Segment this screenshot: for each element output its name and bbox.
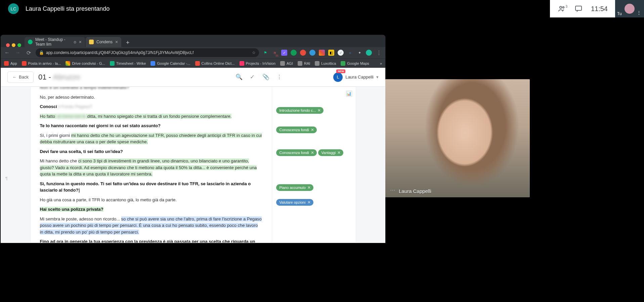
ext-icon[interactable] [366, 50, 372, 56]
self-label: Tu [617, 11, 622, 16]
tab-meet[interactable]: Meet - Standup - Team lim ⊙ × [25, 37, 85, 47]
video-feed [385, 79, 530, 197]
ext-icon[interactable]: ◧ [328, 50, 334, 56]
tag-row: Valutare opzioni✕ [276, 199, 313, 206]
tag-remove-icon[interactable]: ✕ [337, 150, 341, 155]
tag-remove-icon[interactable]: ✕ [311, 128, 314, 132]
tile-menu-icon[interactable]: ⋯ [390, 187, 396, 193]
nav-reload-button[interactable]: ⟳ [25, 50, 32, 56]
chat-button[interactable] [570, 0, 587, 17]
url-input[interactable]: 🔒 app.condens.io/participant/dLj/Q84FJOq… [36, 48, 259, 57]
back-label: Back [19, 74, 29, 80]
chevron-down-icon: ▾ [376, 74, 379, 80]
ext-icon[interactable] [300, 50, 306, 56]
nav-back-button[interactable]: ← [3, 50, 11, 56]
minimize-window-icon[interactable] [12, 43, 15, 47]
bookmarks-overflow[interactable]: » [380, 61, 382, 65]
extensions-menu-icon[interactable]: ✦ [356, 50, 362, 56]
bookmark-label: Projects - InVision [246, 61, 275, 65]
interview-question: Devi fare una scelta, ti sei fatto un'id… [40, 148, 262, 155]
bookmark-label: Posta in arrivo - la... [28, 61, 61, 65]
shared-screen-window: Meet - Standup - Team lim ⊙ × Condens × … [1, 35, 385, 243]
bookmark-gmaps[interactable]: Google Maps [341, 61, 369, 66]
interview-question: Hai scelto una polizza privata? [40, 206, 262, 213]
meet-top-bar: LC Laura Cappelli sta presentando [0, 0, 644, 17]
ext-icon[interactable]: ⟐ [347, 50, 353, 56]
page-title: 01 - Abruzzo [38, 73, 80, 82]
ext-icon[interactable] [319, 50, 325, 56]
tag-remove-icon[interactable]: ✕ [317, 108, 321, 113]
bookmark-label: RAI [304, 61, 310, 65]
transcript-text[interactable]: Non è un contratto a tempo indeterminato… [31, 87, 272, 243]
tag-chip[interactable]: Piano accumulo✕ [276, 184, 313, 191]
tab-condens[interactable]: Condens × [86, 37, 121, 47]
meet-favicon-icon [28, 40, 33, 44]
tag-chip[interactable]: Conoscenza fondi✕ [276, 149, 317, 156]
bookmark-invision[interactable]: Projects - InVision [240, 61, 275, 66]
bookmark-wrike[interactable]: Timesheet - Wrike [110, 61, 146, 66]
bookmark-rai[interactable]: RAI [298, 61, 310, 66]
bookmark-app[interactable]: App [4, 61, 17, 66]
more-menu-icon[interactable]: ⋮ [275, 73, 284, 81]
user-menu[interactable]: L NEW Laura Cappelli ▾ [333, 72, 379, 82]
participant-video-tile[interactable]: ⋯ Laura Cappelli [385, 79, 530, 197]
tag-chip[interactable]: Valutare opzioni✕ [276, 199, 313, 206]
new-tab-button[interactable]: + [123, 38, 132, 47]
tag-chip[interactable]: Vantaggi✕ [318, 149, 344, 156]
tab-title: Condens [96, 40, 113, 44]
participant-name: Laura Cappelli [399, 188, 431, 194]
meet-clock: 11:54 [587, 5, 612, 13]
window-controls[interactable] [3, 43, 25, 47]
tag-label: Introduzione fondo c... [280, 108, 316, 112]
check-icon[interactable]: ✓ [248, 73, 257, 81]
tag-row: Conoscenza fondi✕ Vantaggi✕ [276, 149, 344, 156]
nav-forward-button[interactable]: → [14, 50, 22, 56]
condens-favicon-icon [89, 40, 94, 44]
ext-icon[interactable]: ⚑ [262, 50, 268, 56]
analytics-icon[interactable]: 📊 [346, 90, 352, 97]
zoom-window-icon[interactable] [17, 43, 21, 47]
participants-count: 3 [565, 5, 567, 8]
paragraph-icon[interactable]: ¶ [5, 176, 8, 181]
tab-close-icon[interactable]: × [115, 39, 118, 45]
browser-menu-icon[interactable]: ⋮ [375, 50, 383, 56]
close-window-icon[interactable] [6, 43, 10, 47]
interview-question: Te lo hanno raccontato nei giorni in cui… [40, 122, 262, 129]
bookmark-drive[interactable]: Drive condivisi - G... [66, 61, 105, 66]
tag-remove-icon[interactable]: ✕ [311, 150, 314, 155]
ext-icon[interactable]: ✓ [338, 50, 344, 56]
svg-rect-2 [575, 6, 582, 10]
bookmark-gmail[interactable]: Posta in arrivo - la... [22, 61, 61, 66]
search-icon[interactable]: 🔍 [234, 73, 243, 81]
self-video-thumb[interactable]: Tu ⋮ [615, 0, 644, 17]
participants-button[interactable]: 3 [553, 0, 570, 17]
tag-chip[interactable]: Conoscenza fondi✕ [276, 127, 317, 133]
ext-icon[interactable] [309, 50, 315, 56]
interview-answer: Ho fatto un corso con la ditta, mi hanno… [40, 113, 262, 120]
bookmarks-bar: App Posta in arrivo - la... Drive condiv… [1, 58, 385, 68]
ext-icon[interactable]: π11 [272, 50, 278, 56]
ext-icon[interactable] [291, 50, 297, 56]
new-badge: NEW [336, 69, 345, 73]
bookmark-agi[interactable]: AGI [280, 61, 293, 66]
bookmark-label: Drive condivisi - G... [72, 61, 105, 65]
bookmark-collins[interactable]: Collins Online Dict... [195, 61, 235, 66]
star-bookmark-icon[interactable]: ☆ [252, 50, 256, 55]
condens-body: Non è un contratto a tempo indeterminato… [1, 87, 385, 243]
interview-answer: Mi hanno detto che ci sono 3 tipi di inv… [40, 158, 262, 178]
bookmark-luxottica[interactable]: Luxottica [315, 61, 336, 66]
tag-remove-icon[interactable]: ✕ [307, 185, 311, 190]
self-menu-icon[interactable]: ⋮ [637, 10, 642, 15]
ext-icon[interactable]: ✓ [281, 50, 287, 56]
tag-remove-icon[interactable]: ✕ [307, 200, 311, 205]
tab-audio-icon[interactable]: ⊙ [74, 40, 76, 44]
condens-toolbar: ← Back 01 - Abruzzo 🔍 ✓ 📎 ⋮ L NEW Laura … [1, 68, 385, 87]
attachment-icon[interactable]: 📎 [261, 73, 270, 81]
tab-close-icon[interactable]: × [79, 39, 82, 45]
bookmark-gcal[interactable]: Google Calendar -... [151, 61, 190, 66]
tag-chip[interactable]: Introduzione fondo c...✕ [276, 107, 324, 114]
back-button[interactable]: ← Back [7, 71, 34, 83]
tag-row: Conoscenza fondi✕ [276, 127, 317, 133]
text-cursor-icon [79, 188, 79, 193]
tag-label: Piano accumulo [280, 186, 306, 190]
